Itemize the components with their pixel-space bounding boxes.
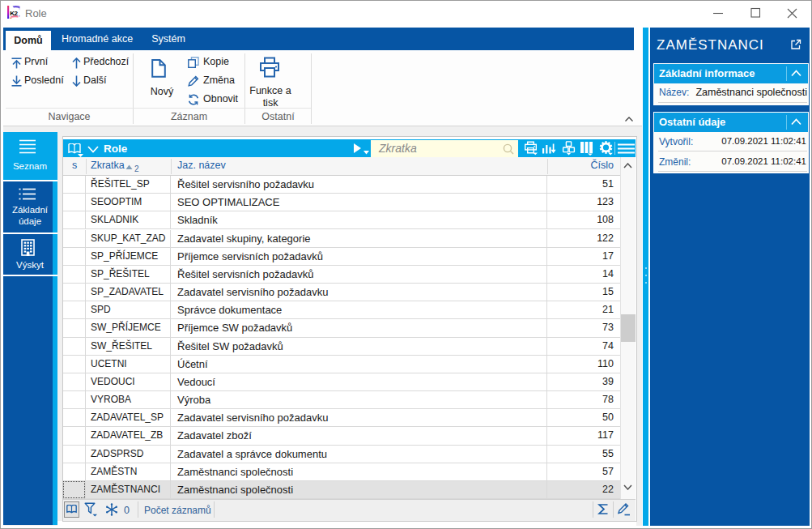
svg-text:K2: K2: [10, 10, 18, 17]
